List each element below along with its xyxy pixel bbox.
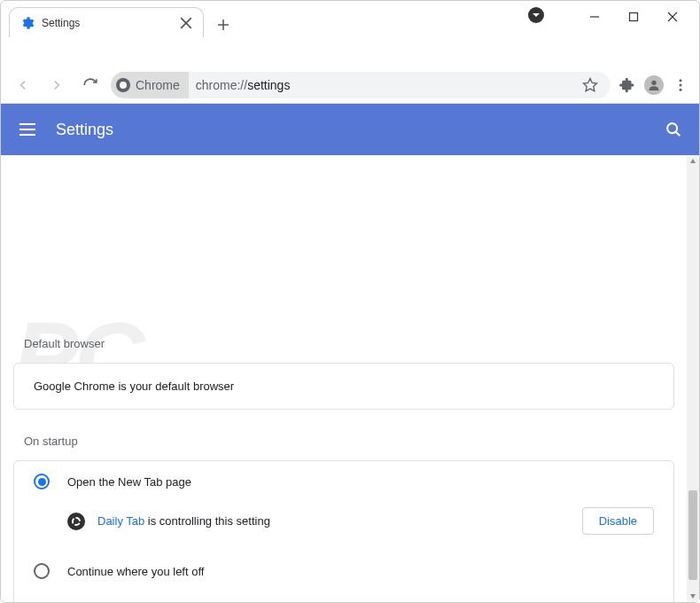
svg-point-13: [680, 88, 682, 90]
extension-link[interactable]: Daily Tab: [97, 514, 144, 528]
tab-title: Settings: [42, 17, 173, 29]
site-chip: Chrome: [111, 72, 189, 98]
scrollbar[interactable]: [687, 155, 699, 602]
profile-avatar[interactable]: [644, 75, 664, 95]
scroll-down-icon[interactable]: [687, 590, 699, 602]
default-browser-card: Google Chrome is your default browser: [13, 363, 674, 410]
svg-rect-1: [630, 13, 638, 21]
extensions-icon[interactable]: [618, 75, 637, 95]
search-icon[interactable]: [664, 120, 683, 139]
menu-icon[interactable]: [671, 75, 690, 95]
reload-button[interactable]: [77, 72, 104, 98]
dropdown-badge-icon[interactable]: [528, 7, 544, 23]
extension-message: Daily Tab is controlling this setting: [97, 514, 570, 528]
tab-strip: Settings: [0, 4, 236, 37]
option-label: Continue where you left off: [67, 565, 204, 578]
radio-icon: [34, 563, 50, 579]
startup-heading: On startup: [24, 435, 674, 448]
svg-marker-9: [584, 78, 597, 90]
svg-marker-21: [690, 594, 696, 599]
browser-toolbar: Chrome chrome://settings: [1, 67, 699, 104]
star-icon[interactable]: [580, 75, 600, 95]
new-tab-button[interactable]: [211, 12, 236, 37]
address-bar[interactable]: Chrome chrome://settings: [111, 72, 611, 98]
startup-option-newtab[interactable]: Open the New Tab page: [14, 461, 673, 502]
svg-point-10: [651, 80, 656, 84]
maximize-button[interactable]: [614, 4, 653, 30]
gear-icon: [20, 16, 35, 30]
option-label: Open the New Tab page: [67, 475, 191, 489]
chip-label: Chrome: [136, 78, 180, 92]
radio-selected-icon: [34, 474, 50, 489]
extension-icon: [67, 513, 85, 530]
tab-settings[interactable]: Settings: [9, 7, 204, 37]
startup-card: Open the New Tab page Daily Tab is contr…: [13, 460, 674, 602]
settings-content: PC risk.com Default browser Google Chrom…: [1, 155, 687, 602]
forward-button[interactable]: [43, 72, 70, 98]
startup-option-continue[interactable]: Continue where you left off: [14, 551, 673, 591]
hamburger-icon[interactable]: [17, 119, 38, 140]
svg-point-11: [680, 79, 682, 82]
minimize-button[interactable]: [575, 4, 614, 30]
close-window-button[interactable]: [653, 4, 692, 30]
startup-option-specific[interactable]: Open a specific page or set of pages: [14, 591, 673, 602]
scroll-up-icon[interactable]: [687, 155, 699, 168]
settings-header: Settings: [1, 104, 699, 155]
chrome-icon: [116, 78, 130, 92]
close-tab-icon[interactable]: [180, 17, 192, 29]
svg-point-12: [680, 83, 682, 86]
back-button[interactable]: [10, 72, 36, 98]
svg-point-17: [667, 123, 677, 133]
url-text: chrome://settings: [196, 78, 291, 92]
svg-line-18: [676, 132, 681, 137]
svg-point-8: [120, 82, 127, 89]
default-browser-message: Google Chrome is your default browser: [14, 364, 673, 409]
svg-marker-20: [690, 159, 696, 163]
disable-button[interactable]: Disable: [582, 507, 654, 535]
default-browser-heading: Default browser: [24, 337, 674, 350]
scrollbar-thumb[interactable]: [688, 490, 697, 580]
extension-controlling-row: Daily Tab is controlling this setting Di…: [14, 502, 673, 551]
page-title: Settings: [56, 121, 664, 139]
